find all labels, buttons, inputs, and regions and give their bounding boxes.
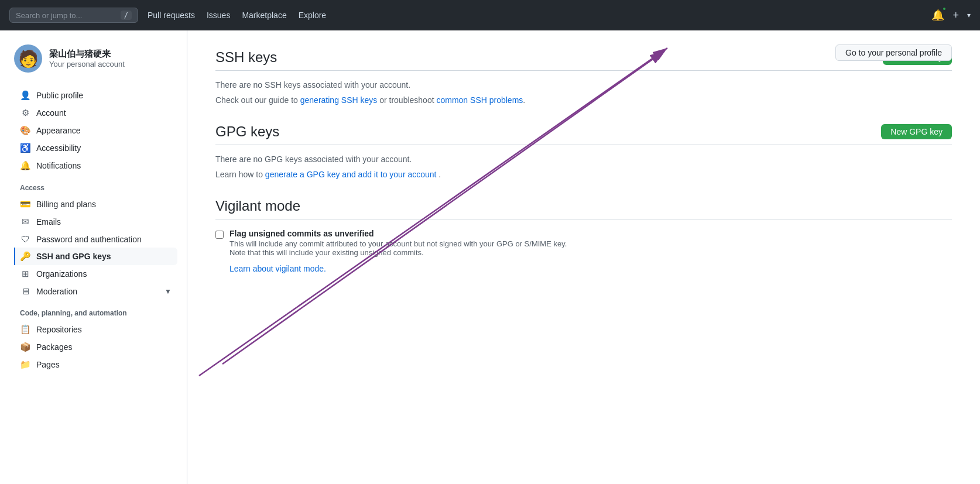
sidebar-item-accessibility[interactable]: ♿ Accessibility	[14, 139, 177, 157]
pull-requests-link[interactable]: Pull requests	[148, 11, 195, 20]
palette-icon: 🎨	[20, 125, 30, 136]
sidebar-profile: 🧑 梁山伯与猪硬来 Your personal account	[14, 44, 177, 73]
sidebar-label: Packages	[36, 342, 72, 352]
plus-icon[interactable]: +	[952, 9, 959, 22]
explore-link[interactable]: Explore	[299, 11, 326, 20]
sidebar-username: 梁山伯与猪硬来	[49, 49, 125, 60]
key-icon: 🔑	[20, 251, 30, 262]
sidebar-label: Accessibility	[36, 143, 81, 153]
vigilant-checkbox-row: Flag unsigned commits as unverified This…	[215, 229, 952, 257]
generate-gpg-key-link[interactable]: generate a GPG key and add it to your ac…	[265, 170, 437, 179]
vigilant-section: Vigilant mode Flag unsigned commits as u…	[215, 198, 952, 273]
vigilant-desc-line2: Note that this will include your existin…	[229, 248, 567, 257]
search-box[interactable]: Search or jump to... /	[9, 8, 138, 23]
gpg-keys-section: GPG keys New GPG key There are no GPG ke…	[215, 123, 952, 179]
chevron-down-icon: ▼	[165, 287, 172, 296]
sidebar: 🧑 梁山伯与猪硬来 Your personal account 👤 Public…	[0, 30, 187, 484]
sidebar-label: SSH and GPG keys	[36, 252, 111, 261]
marketplace-link[interactable]: Marketplace	[242, 11, 286, 20]
learn-about-vigilant-mode-link[interactable]: Learn about vigilant mode.	[229, 264, 326, 273]
sidebar-label: Pages	[36, 360, 60, 369]
ssh-empty-message: There are no SSH keys associated with yo…	[215, 80, 952, 90]
gpg-help-suffix: .	[436, 170, 441, 179]
search-kbd: /	[121, 11, 132, 20]
gpg-empty-message: There are no GPG keys associated with yo…	[215, 155, 952, 164]
bell-icon: 🔔	[20, 160, 30, 171]
sidebar-item-packages[interactable]: 📦 Packages	[14, 338, 177, 356]
vigilant-title: Vigilant mode	[215, 198, 952, 214]
accessibility-icon: ♿	[20, 143, 30, 153]
sidebar-item-password[interactable]: 🛡 Password and authentication	[14, 231, 177, 248]
gpg-divider	[215, 145, 952, 145]
ssh-divider	[215, 70, 952, 71]
sidebar-label: Appearance	[36, 126, 81, 135]
person-icon: 👤	[20, 90, 30, 101]
sidebar-label: Billing and plans	[36, 200, 96, 209]
gpg-section-title: GPG keys	[215, 123, 279, 140]
sidebar-item-appearance[interactable]: 🎨 Appearance	[14, 122, 177, 139]
code-section-label: Code, planning, and automation	[20, 309, 177, 317]
vigilant-checkbox-label: Flag unsigned commits as unverified	[229, 229, 567, 238]
search-placeholder: Search or jump to...	[16, 11, 82, 20]
top-navbar: Search or jump to... / Pull requests Iss…	[0, 0, 980, 30]
gpg-section-header: GPG keys New GPG key	[215, 123, 952, 140]
org-icon: ⊞	[20, 269, 30, 279]
issues-link[interactable]: Issues	[207, 11, 230, 20]
package-icon: 📦	[20, 342, 30, 352]
vigilant-desc-line1: This will include any commit attributed …	[229, 239, 567, 248]
repo-icon: 📋	[20, 324, 30, 335]
generating-ssh-keys-link[interactable]: generating SSH keys	[300, 95, 378, 105]
shield-icon: 🛡	[20, 234, 30, 244]
avatar: 🧑	[14, 44, 42, 73]
new-gpg-key-button[interactable]: New GPG key	[881, 124, 952, 139]
sidebar-item-pages[interactable]: 📁 Pages	[14, 356, 177, 373]
sidebar-label: Account	[36, 108, 66, 118]
gear-icon: ⚙	[20, 108, 30, 118]
credit-card-icon: 💳	[20, 199, 30, 210]
topnav-links: Pull requests Issues Marketplace Explore	[148, 11, 326, 20]
topnav-right: 🔔 + ▾	[931, 9, 971, 22]
sidebar-label: Organizations	[36, 269, 87, 279]
vigilant-checkbox[interactable]	[215, 231, 224, 239]
sidebar-label: Moderation	[36, 287, 77, 296]
vigilant-divider	[215, 219, 952, 219]
sidebar-item-organizations[interactable]: ⊞ Organizations	[14, 265, 177, 283]
sidebar-label: Password and authentication	[36, 235, 142, 244]
sidebar-item-repositories[interactable]: 📋 Repositories	[14, 321, 177, 338]
ssh-help-prefix: Check out our guide to	[215, 95, 300, 105]
ssh-help-suffix: .	[523, 95, 525, 105]
monitor-icon: 🖥	[20, 286, 30, 296]
main-content: Go to your personal profile SSH keys New…	[187, 30, 980, 484]
ssh-help-text: Check out our guide to generating SSH ke…	[215, 95, 952, 105]
pages-icon: 📁	[20, 359, 30, 370]
chevron-down-icon[interactable]: ▾	[967, 11, 971, 19]
sidebar-item-account[interactable]: ⚙ Account	[14, 104, 177, 122]
sidebar-label: Notifications	[36, 161, 81, 170]
notification-icon[interactable]: 🔔	[931, 9, 944, 22]
ssh-section-title: SSH keys	[215, 49, 277, 66]
gpg-help-text: Learn how to generate a GPG key and add …	[215, 170, 952, 179]
personal-profile-button[interactable]: Go to your personal profile	[835, 44, 952, 61]
sidebar-label: Public profile	[36, 91, 83, 100]
sidebar-item-emails[interactable]: ✉ Emails	[14, 213, 177, 231]
access-section-label: Access	[20, 184, 177, 192]
sidebar-item-moderation[interactable]: 🖥 Moderation ▼	[14, 283, 177, 300]
gpg-help-prefix: Learn how to	[215, 170, 265, 179]
sidebar-item-billing[interactable]: 💳 Billing and plans	[14, 195, 177, 213]
envelope-icon: ✉	[20, 217, 30, 227]
sidebar-item-public-profile[interactable]: 👤 Public profile	[14, 87, 177, 104]
common-ssh-problems-link[interactable]: common SSH problems	[436, 95, 523, 105]
sidebar-label: Emails	[36, 217, 61, 226]
sidebar-item-ssh-gpg[interactable]: 🔑 SSH and GPG keys	[14, 248, 177, 265]
sidebar-label: Repositories	[36, 325, 82, 334]
ssh-help-middle: or troubleshoot	[377, 95, 436, 105]
sidebar-item-notifications[interactable]: 🔔 Notifications	[14, 157, 177, 174]
sidebar-account-type: Your personal account	[49, 60, 125, 68]
